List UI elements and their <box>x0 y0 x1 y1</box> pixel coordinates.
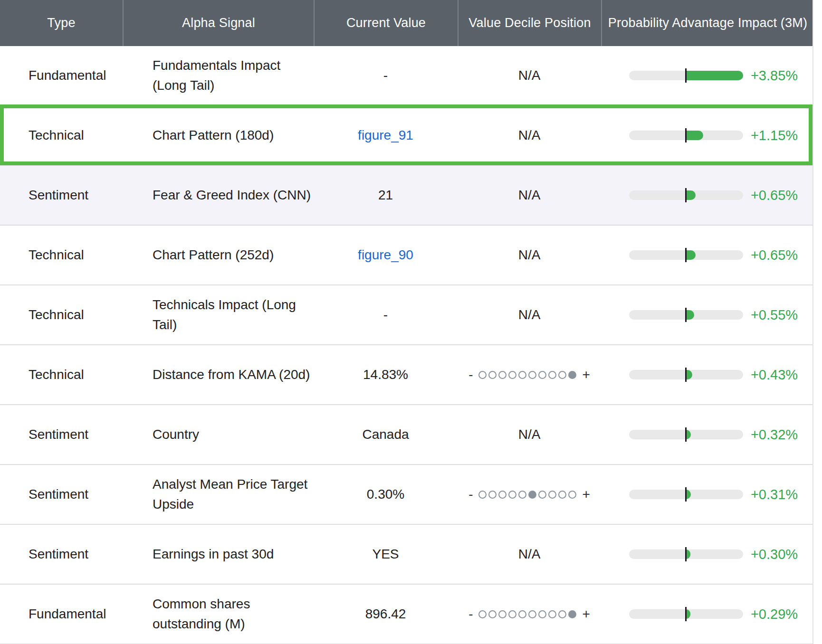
current-value-cell: figure_91 <box>314 106 458 165</box>
current-value: 14.83% <box>363 367 408 382</box>
table-row[interactable]: Sentiment Analyst Mean Price Target Upsi… <box>0 465 812 525</box>
impact-bar-group: +0.32% <box>629 427 798 443</box>
decile-na-label: N/A <box>518 547 541 562</box>
impact-bar-center-tick <box>685 368 687 382</box>
decile-dot-empty <box>538 371 546 379</box>
impact-cell: +0.31% <box>601 465 813 524</box>
column-header-probability-advantage-impact: Probability Advantage Impact (3M) <box>601 0 813 46</box>
type-label: Sentiment <box>29 487 88 502</box>
decile-dot-empty <box>538 610 546 618</box>
alpha-signal-cell: Analyst Mean Price Target Upside <box>123 465 314 524</box>
impact-bar-track <box>629 190 743 200</box>
table-row[interactable]: Technical Technicals Impact (Long Tail) … <box>0 285 812 345</box>
impact-bar-track <box>629 490 743 499</box>
table-row[interactable]: Sentiment Fear & Greed Index (CNN) 21 N/… <box>0 166 812 226</box>
alpha-signal-cell: Common shares outstanding (M) <box>123 585 314 644</box>
impact-bar-center-tick <box>685 68 687 83</box>
current-value-link[interactable]: figure_91 <box>358 128 413 143</box>
decile-dot-empty <box>478 371 487 379</box>
value-decile-cell: N/A - + <box>458 285 601 344</box>
impact-cell: +1.15% <box>601 106 813 165</box>
impact-bar-track <box>629 71 743 80</box>
impact-bar-track <box>629 131 743 140</box>
impact-cell: +0.29% <box>601 585 813 644</box>
decile-dot-empty <box>508 491 516 499</box>
alpha-signal-label: Country <box>153 425 199 445</box>
impact-value-label: +0.32% <box>751 427 798 443</box>
impact-value-label: +0.29% <box>751 606 798 622</box>
table-row[interactable]: Sentiment Country Canada N/A - + +0.32% <box>0 405 812 465</box>
current-value-cell: 0.30% <box>314 465 458 524</box>
decile-dot-empty <box>558 491 566 499</box>
impact-bar-fill <box>686 310 694 320</box>
impact-bar-group: +0.30% <box>629 547 798 562</box>
type-label: Fundamental <box>29 68 106 83</box>
impact-bar-fill <box>686 250 696 260</box>
alpha-signal-label: Analyst Mean Price Target Upside <box>153 474 307 514</box>
decile-dot-empty <box>488 371 497 379</box>
table-row[interactable]: Sentiment Earnings in past 30d YES N/A -… <box>0 525 812 585</box>
type-label: Sentiment <box>29 547 88 562</box>
decile-dot-empty <box>548 371 556 379</box>
current-value: Canada <box>362 427 409 442</box>
current-value-cell: 21 <box>314 166 458 225</box>
alpha-signals-table: Type Alpha Signal Current Value Value De… <box>0 0 813 644</box>
alpha-signal-cell: Country <box>123 405 314 464</box>
impact-bar-group: +3.85% <box>629 68 798 84</box>
impact-value-label: +0.55% <box>751 307 798 323</box>
table-row[interactable]: Technical Distance from KAMA (20d) 14.83… <box>0 345 812 405</box>
value-decile-cell: N/A - + <box>458 405 601 464</box>
impact-bar-fill <box>686 190 696 200</box>
type-cell: Sentiment <box>0 465 123 524</box>
current-value: 896.42 <box>365 606 406 622</box>
decile-minus-label: - <box>468 606 473 622</box>
current-value-link[interactable]: figure_90 <box>358 247 413 263</box>
impact-bar-center-tick <box>685 128 687 142</box>
impact-bar-group: +0.65% <box>629 188 798 203</box>
impact-cell: +3.85% <box>601 46 813 105</box>
impact-cell: +0.32% <box>601 405 813 464</box>
decile-dot-empty <box>528 371 536 379</box>
impact-bar-fill <box>686 490 691 499</box>
alpha-signal-cell: Technicals Impact (Long Tail) <box>123 285 314 344</box>
alpha-signal-cell: Fear & Greed Index (CNN) <box>123 166 314 225</box>
impact-bar-fill <box>686 609 690 619</box>
table-row[interactable]: Fundamental Common shares outstanding (M… <box>0 585 812 644</box>
type-label: Technical <box>29 128 84 143</box>
impact-bar-group: +0.29% <box>629 606 798 622</box>
decile-na-label: N/A <box>518 188 541 203</box>
table-row[interactable]: Technical Chart Pattern (180d) figure_91… <box>0 106 812 166</box>
current-value: YES <box>372 547 399 562</box>
alpha-signal-label: Fear & Greed Index (CNN) <box>153 185 311 205</box>
decile-dot-empty <box>478 610 487 618</box>
value-decile-cell: - + <box>458 585 601 644</box>
decile-dots <box>478 491 576 499</box>
impact-bar-group: +0.65% <box>629 247 798 263</box>
impact-bar-center-tick <box>685 248 687 262</box>
current-value-cell: 14.83% <box>314 345 458 404</box>
decile-dots <box>478 371 576 379</box>
alpha-signal-label: Distance from KAMA (20d) <box>153 365 310 385</box>
decile-dot-empty <box>558 610 566 618</box>
impact-bar-center-tick <box>685 188 687 202</box>
current-value-cell: 896.42 <box>314 585 458 644</box>
decile-na-label: N/A <box>518 427 541 442</box>
value-decile-cell: N/A - + <box>458 525 601 584</box>
decile-plus-label: + <box>582 606 590 622</box>
alpha-signal-label: Fundamentals Impact (Long Tail) <box>153 56 280 95</box>
impact-value-label: +0.30% <box>751 547 798 562</box>
table-row[interactable]: Technical Chart Pattern (252d) figure_90… <box>0 226 812 285</box>
decile-na-label: N/A <box>518 247 541 263</box>
current-value-cell: - <box>314 285 458 344</box>
impact-bar-center-tick <box>685 487 687 502</box>
type-cell: Technical <box>0 285 123 344</box>
impact-bar-track <box>629 549 743 559</box>
decile-indicator: - + <box>465 367 594 382</box>
type-cell: Technical <box>0 106 123 165</box>
table-row[interactable]: Fundamental Fundamentals Impact (Long Ta… <box>0 46 812 106</box>
type-cell: Sentiment <box>0 405 123 464</box>
impact-bar-group: +1.15% <box>629 128 798 143</box>
impact-value-label: +0.65% <box>751 247 798 263</box>
decile-dot-empty <box>518 610 526 618</box>
alpha-signal-cell: Distance from KAMA (20d) <box>123 345 314 404</box>
